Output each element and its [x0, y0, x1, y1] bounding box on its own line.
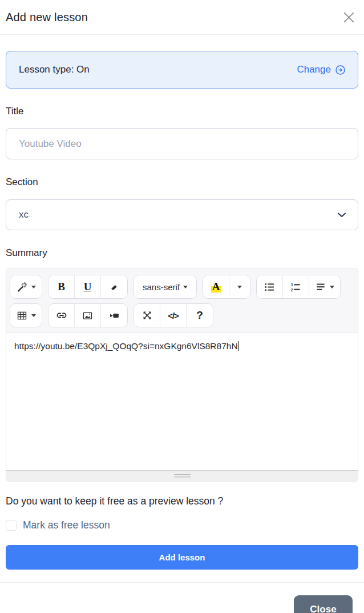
chevron-down-icon	[335, 208, 349, 222]
table-icon	[16, 310, 28, 322]
free-lesson-question: Do you want to keep it free as a preview…	[6, 495, 358, 507]
lesson-type-text: Lesson type: On	[19, 64, 90, 75]
font-color-dropdown[interactable]	[229, 275, 250, 298]
magic-wand-icon	[16, 281, 28, 293]
clear-format-button[interactable]	[101, 275, 127, 298]
link-button[interactable]	[48, 304, 75, 327]
paragraph-group: 1 2	[256, 275, 341, 299]
rich-text-editor: B U sans-serif	[6, 269, 358, 482]
help-icon: ?	[196, 309, 203, 322]
summary-editable-area[interactable]: https://youtu.be/E3QpXj_QOqQ?si=nxGKgn6V…	[6, 332, 358, 470]
title-input[interactable]	[6, 128, 358, 159]
change-lesson-type-link[interactable]: Change	[297, 64, 346, 76]
ordered-list-button[interactable]: 1 2	[283, 275, 309, 298]
free-lesson-checkbox[interactable]	[6, 520, 17, 531]
align-icon	[315, 281, 326, 293]
misc-group: </> ?	[134, 303, 213, 327]
insert-group	[48, 303, 128, 327]
title-label: Title	[6, 106, 358, 117]
underline-button[interactable]: U	[75, 275, 101, 298]
modal-footer: Close	[0, 583, 364, 613]
toolbar-row-1: B U sans-serif	[10, 273, 355, 301]
video-button[interactable]	[101, 304, 127, 327]
font-family-group: sans-serif	[134, 275, 197, 299]
font-color-button[interactable]: A	[203, 275, 229, 298]
lesson-type-banner: Lesson type: On Change	[6, 51, 358, 89]
underline-icon: U	[84, 281, 92, 293]
modal-body: Lesson type: On Change Title Section xc …	[0, 51, 364, 570]
free-lesson-checkbox-row: Mark as free lesson	[6, 519, 358, 531]
font-color-group: A	[203, 275, 250, 299]
modal-title: Add new lesson	[6, 11, 88, 24]
picture-button[interactable]	[75, 304, 101, 327]
arrow-right-circle-icon	[334, 64, 346, 76]
editor-resize-handle[interactable]	[174, 474, 191, 478]
summary-label: Summary	[6, 247, 358, 259]
text-cursor	[238, 341, 240, 351]
caret-down-icon	[183, 286, 188, 289]
svg-text:2: 2	[291, 287, 293, 292]
unordered-list-icon	[264, 281, 276, 293]
table-group	[10, 303, 42, 327]
editor-statusbar	[6, 470, 358, 481]
paragraph-align-button[interactable]	[309, 275, 340, 298]
svg-text:1: 1	[291, 282, 293, 287]
caret-down-icon	[237, 286, 242, 289]
fullscreen-icon	[141, 310, 153, 321]
table-button[interactable]	[10, 304, 42, 327]
unordered-list-button[interactable]	[257, 275, 283, 298]
eraser-icon	[108, 281, 120, 293]
caret-down-icon	[330, 286, 334, 289]
free-lesson-checkbox-label[interactable]: Mark as free lesson	[23, 519, 110, 531]
close-icon[interactable]	[341, 10, 357, 25]
help-button[interactable]: ?	[187, 304, 213, 327]
toolbar-row-2: </> ?	[10, 301, 355, 330]
font-color-icon: A	[211, 281, 221, 293]
section-label: Section	[6, 177, 358, 188]
code-view-icon: </>	[168, 311, 179, 320]
font-family-label: sans-serif	[143, 282, 180, 292]
section-selected-value: xc	[19, 209, 29, 221]
editor-toolbar: B U sans-serif	[6, 269, 358, 332]
bold-button[interactable]: B	[48, 275, 75, 298]
close-button[interactable]: Close	[294, 595, 353, 613]
link-icon	[55, 309, 68, 322]
font-style-group: B U	[48, 275, 128, 299]
fullscreen-button[interactable]	[134, 304, 160, 327]
caret-down-icon	[31, 314, 36, 317]
modal-header: Add new lesson	[0, 0, 364, 35]
bold-icon: B	[58, 281, 65, 293]
magic-style-button[interactable]	[10, 275, 42, 298]
ordered-list-icon: 1 2	[290, 281, 302, 293]
style-group	[10, 275, 42, 299]
add-lesson-button[interactable]: Add lesson	[6, 545, 358, 570]
change-link-label: Change	[297, 64, 331, 75]
section-select[interactable]: xc	[6, 199, 358, 230]
picture-icon	[82, 310, 94, 322]
font-family-dropdown[interactable]: sans-serif	[134, 275, 196, 298]
video-icon	[108, 310, 120, 322]
summary-content: https://youtu.be/E3QpXj_QOqQ?si=nxGKgn6V…	[14, 341, 238, 351]
caret-down-icon	[31, 286, 36, 289]
code-view-button[interactable]: </>	[160, 304, 187, 327]
